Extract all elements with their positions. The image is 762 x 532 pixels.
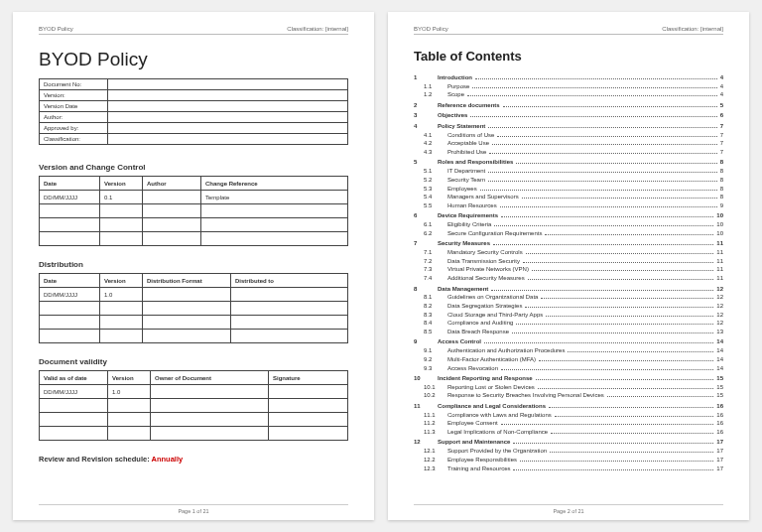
toc-leader — [528, 278, 714, 280]
toc-label: Managers and Supervisors — [447, 194, 519, 201]
toc-number: 12.1 — [414, 448, 447, 456]
toc-page: 9 — [720, 202, 723, 210]
meta-value — [108, 90, 348, 101]
review-label: Review and Revision schedule: — [39, 455, 150, 464]
toc-entry-sub: 8.3Cloud Storage and Third-Party Apps12 — [414, 312, 723, 320]
cell — [40, 232, 100, 246]
meta-label: Document No: — [40, 79, 108, 90]
col-header: Date — [40, 274, 100, 288]
table-row: DD/MM/JJJJ1.0 — [40, 288, 348, 302]
review-line: Review and Revision schedule: Annually — [39, 455, 348, 464]
toc-label: Human Resources — [447, 202, 497, 210]
toc-page: 15 — [716, 392, 723, 400]
cell: DD/MM/JJJJ — [40, 288, 100, 302]
meta-value — [108, 101, 348, 112]
cell — [201, 204, 348, 218]
cell — [143, 330, 231, 343]
col-header: Valid as of date — [40, 371, 108, 385]
toc-entry-sub: 8.2Data Segregation Strategies12 — [414, 303, 723, 311]
cell — [143, 232, 201, 246]
table-row — [40, 232, 348, 246]
toc-entry-sub: 5.5Human Resources9 — [414, 202, 723, 210]
cell — [40, 330, 100, 343]
toc-page: 13 — [716, 329, 723, 336]
toc-leader — [549, 406, 713, 408]
toc-label: Security Team — [447, 177, 485, 185]
toc-entry-sub: 11.2Employee Consent16 — [414, 420, 723, 428]
toc-entry-sub: 7.4Additional Security Measures11 — [414, 275, 723, 283]
page-footer-1: Page 1 of 21 — [39, 504, 348, 514]
toc-number: 8.1 — [414, 294, 447, 302]
page-1: BYOD Policy Classification: [internal] B… — [13, 12, 374, 520]
toc-page: 16 — [716, 429, 723, 437]
cell — [100, 316, 143, 330]
cell — [269, 413, 348, 427]
toc-leader — [539, 359, 713, 361]
header-right: Classification: [internal] — [662, 26, 723, 32]
cell — [143, 191, 201, 204]
toc-page: 8 — [720, 177, 723, 185]
cell — [40, 399, 108, 413]
cell — [40, 413, 108, 427]
toc-label: Incident Reporting and Response — [438, 375, 533, 383]
toc-entry-sub: 5.4Managers and Supervisors8 — [414, 194, 723, 201]
toc-page: 14 — [716, 365, 723, 373]
toc-page: 8 — [720, 186, 723, 194]
toc-label: Employee Responsibilities — [447, 457, 517, 465]
toc-label: Introduction — [438, 74, 472, 82]
toc-entry-top: 5Roles and Responsibilities8 — [414, 159, 723, 167]
toc-page: 16 — [716, 403, 723, 411]
toc-number: 4.3 — [414, 149, 447, 157]
toc-label: Acceptable Use — [447, 140, 489, 148]
toc-number: 10.2 — [414, 392, 447, 400]
toc-leader — [492, 143, 717, 145]
toc-number: 12 — [414, 439, 438, 447]
cell — [231, 288, 348, 302]
toc-leader — [536, 378, 714, 380]
toc-leader — [545, 233, 713, 235]
toc-page: 8 — [720, 194, 723, 201]
toc-leader — [546, 315, 713, 317]
toc-label: Eligibility Criteria — [447, 221, 491, 229]
toc-number: 7.3 — [414, 266, 447, 274]
toc-leader — [500, 205, 717, 207]
toc-entry-top: 10Incident Reporting and Response15 — [414, 375, 723, 383]
toc-leader — [501, 368, 713, 370]
meta-value — [108, 112, 348, 123]
toc-page: 11 — [716, 240, 723, 248]
toc-leader — [523, 261, 713, 263]
toc-label: Access Revocation — [447, 365, 498, 373]
toc-number: 8.4 — [414, 320, 447, 328]
toc-page: 16 — [716, 412, 723, 420]
toc-page: 7 — [720, 123, 723, 131]
cell — [40, 218, 100, 232]
toc-label: Reporting Lost or Stolen Devices — [447, 384, 535, 392]
vcc-table: DateVersionAuthorChange Reference DD/MM/… — [39, 176, 348, 246]
toc-leader — [520, 460, 713, 462]
cell: DD/MM/JJJJ — [40, 385, 108, 399]
toc-leader — [480, 189, 717, 191]
cell: Template — [201, 191, 348, 204]
toc-leader — [484, 341, 713, 343]
toc-entry-sub: 8.4Compliance and Auditing12 — [414, 320, 723, 328]
valid-table: Valid as of dateVersionOwner of Document… — [39, 370, 348, 441]
toc-leader — [513, 442, 713, 444]
toc-label: Security Measures — [438, 240, 490, 248]
cell — [269, 399, 348, 413]
toc-number: 5 — [414, 159, 438, 167]
table-row — [40, 302, 348, 316]
meta-label: Author: — [40, 112, 108, 123]
toc-entry-top: 2Reference documents5 — [414, 102, 723, 110]
toc-entry-sub: 7.1Mandatory Security Controls11 — [414, 249, 723, 257]
table-row: DD/MM/JJJJ0.1Template — [40, 191, 348, 204]
cell — [231, 316, 348, 330]
toc-leader — [470, 115, 716, 117]
col-header: Distributed to — [231, 274, 348, 288]
cell — [143, 302, 231, 316]
toc-entry-sub: 4.3Prohibited Use7 — [414, 149, 723, 157]
toc-label: Response to Security Breaches Involving … — [447, 392, 604, 400]
cell — [100, 204, 143, 218]
vcc-heading: Version and Change Control — [39, 163, 348, 172]
table-of-contents: 1Introduction41.1Purpose41.2Scope42Refer… — [414, 71, 723, 473]
toc-entry-top: 3Objectives6 — [414, 112, 723, 120]
